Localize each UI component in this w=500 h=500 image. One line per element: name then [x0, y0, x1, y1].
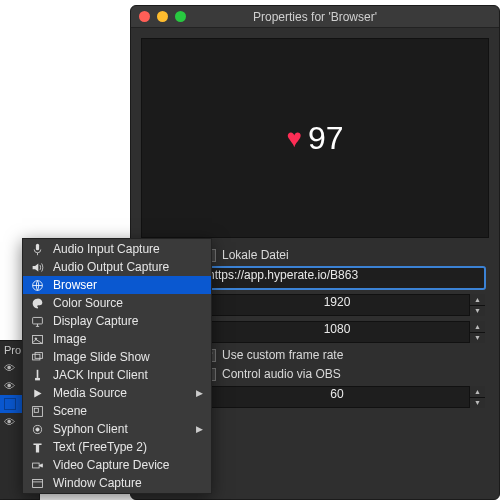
menu-item-label: JACK Input Client — [53, 368, 148, 382]
menu-item-label: Audio Input Capture — [53, 242, 160, 256]
chevron-up-icon[interactable]: ▲ — [470, 386, 485, 398]
svg-rect-3 — [33, 317, 43, 324]
menu-item-image-slide-show[interactable]: Image Slide Show — [23, 348, 211, 366]
titlebar: Properties for 'Browser' — [131, 6, 499, 28]
menu-item-label: Text (FreeType 2) — [53, 440, 147, 454]
window-title: Properties for 'Browser' — [131, 10, 499, 24]
menu-item-label: Window Capture — [53, 476, 142, 490]
svg-rect-9 — [35, 377, 40, 379]
scene-icon — [31, 405, 45, 418]
mic-icon — [31, 243, 45, 256]
eye-icon: 👁 — [4, 380, 15, 392]
menu-item-audio-input-capture[interactable]: Audio Input Capture — [23, 240, 211, 258]
fps-stepper[interactable]: ▲ ▼ — [469, 386, 485, 408]
zoom-icon[interactable] — [175, 11, 186, 22]
width-stepper[interactable]: ▲ ▼ — [469, 294, 485, 316]
svg-rect-8 — [37, 369, 39, 377]
chevron-down-icon[interactable]: ▼ — [470, 398, 485, 409]
custom-fps-label: Use custom frame rate — [222, 348, 343, 362]
close-icon[interactable] — [139, 11, 150, 22]
source-color-icon — [4, 398, 16, 410]
eye-icon: 👁 — [4, 416, 15, 428]
syphon-icon — [31, 423, 45, 436]
menu-item-label: Image Slide Show — [53, 350, 150, 364]
slideshow-icon — [31, 351, 45, 364]
menu-item-label: Color Source — [53, 296, 123, 310]
source-type-menu: Audio Input CaptureAudio Output CaptureB… — [22, 238, 212, 494]
menu-item-image[interactable]: Image — [23, 330, 211, 348]
window-controls — [139, 11, 186, 22]
control-audio-label: Control audio via OBS — [222, 367, 341, 381]
menu-item-label: Image — [53, 332, 86, 346]
fps-input[interactable]: 60 — [201, 386, 485, 408]
media-icon — [31, 387, 45, 400]
palette-icon — [31, 297, 45, 310]
chevron-up-icon[interactable]: ▲ — [470, 294, 485, 306]
svg-rect-15 — [33, 479, 43, 487]
image-icon — [31, 333, 45, 346]
menu-item-label: Media Source — [53, 386, 127, 400]
menu-item-window-capture[interactable]: Window Capture — [23, 474, 211, 492]
menu-item-text-freetype-2-[interactable]: Text (FreeType 2) — [23, 438, 211, 456]
svg-rect-6 — [33, 354, 40, 360]
jack-icon — [31, 369, 45, 382]
local-file-row[interactable]: Lokale Datei — [203, 248, 485, 262]
menu-item-video-capture-device[interactable]: Video Capture Device — [23, 456, 211, 474]
svg-rect-1 — [37, 252, 38, 254]
menu-item-label: Video Capture Device — [53, 458, 170, 472]
menu-item-label: Syphon Client — [53, 422, 128, 436]
chevron-down-icon[interactable]: ▼ — [470, 333, 485, 344]
url-input[interactable]: https://app.hyperate.io/B863 — [201, 267, 485, 289]
menu-item-label: Audio Output Capture — [53, 260, 169, 274]
heart-rate-value: 97 — [308, 120, 344, 157]
window-icon — [31, 477, 45, 490]
menu-item-jack-input-client[interactable]: JACK Input Client — [23, 366, 211, 384]
local-file-label: Lokale Datei — [222, 248, 289, 262]
eye-icon: 👁 — [4, 362, 15, 374]
chevron-up-icon[interactable]: ▲ — [470, 321, 485, 333]
svg-rect-11 — [34, 408, 38, 412]
height-input[interactable]: 1080 — [201, 321, 485, 343]
heart-rate-display: ♥ 97 — [286, 120, 343, 157]
menu-item-media-source[interactable]: Media Source — [23, 384, 211, 402]
custom-fps-row[interactable]: ✓ Use custom frame rate — [203, 348, 485, 362]
menu-item-display-capture[interactable]: Display Capture — [23, 312, 211, 330]
heart-icon: ♥ — [286, 125, 301, 151]
globe-icon — [31, 279, 45, 292]
chevron-down-icon[interactable]: ▼ — [470, 306, 485, 317]
menu-item-label: Scene — [53, 404, 87, 418]
menu-item-browser[interactable]: Browser — [23, 276, 211, 294]
text-icon — [31, 441, 45, 454]
svg-rect-7 — [35, 352, 42, 358]
control-audio-row[interactable]: Control audio via OBS — [203, 367, 485, 381]
monitor-icon — [31, 315, 45, 328]
minimize-icon[interactable] — [157, 11, 168, 22]
speaker-icon — [31, 261, 45, 274]
preview-area: ♥ 97 — [141, 38, 489, 238]
video-icon — [31, 459, 45, 472]
svg-rect-14 — [33, 463, 40, 468]
menu-item-syphon-client[interactable]: Syphon Client — [23, 420, 211, 438]
menu-item-label: Browser — [53, 278, 97, 292]
svg-point-13 — [36, 427, 39, 430]
menu-item-color-source[interactable]: Color Source — [23, 294, 211, 312]
width-input[interactable]: 1920 — [201, 294, 485, 316]
svg-rect-0 — [36, 243, 39, 250]
menu-item-audio-output-capture[interactable]: Audio Output Capture — [23, 258, 211, 276]
height-stepper[interactable]: ▲ ▼ — [469, 321, 485, 343]
menu-item-label: Display Capture — [53, 314, 138, 328]
menu-item-scene[interactable]: Scene — [23, 402, 211, 420]
